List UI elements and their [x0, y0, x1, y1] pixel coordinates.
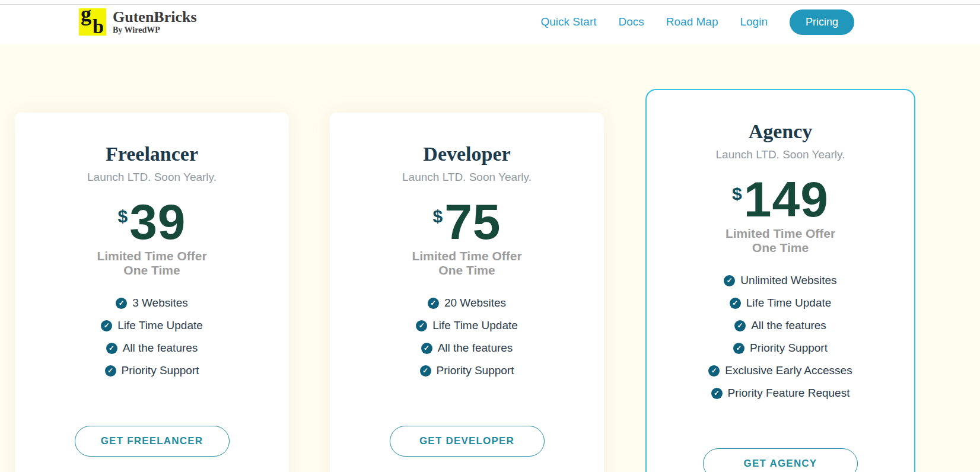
check-icon: ✓: [116, 298, 127, 309]
feature-item: ✓ Priority Feature Request: [647, 382, 914, 404]
feature-item: ✓ Life Time Update: [330, 314, 604, 337]
plan-card-developer: Developer Launch LTD. Soon Yearly. $ 75 …: [330, 113, 604, 472]
brand-tagline: By WiredWP: [113, 25, 197, 35]
currency-symbol: $: [432, 208, 443, 225]
feature-item: ✓ Priority Support: [330, 359, 604, 382]
offer-note: Limited Time Offer One Time: [330, 249, 604, 278]
feature-item: ✓ 3 Websites: [15, 292, 289, 314]
plan-title: Agency: [647, 120, 914, 143]
check-icon: ✓: [416, 320, 427, 331]
feature-label: 3 Websites: [132, 296, 188, 310]
logo-letter-b: b: [93, 17, 104, 37]
feature-item: ✓ Life Time Update: [647, 292, 914, 314]
site-header: g b GutenBricks By WiredWP Quick Start D…: [0, 0, 980, 44]
plan-card-agency: Agency Launch LTD. Soon Yearly. $ 149 Li…: [645, 89, 915, 472]
feature-label: Priority Support: [437, 364, 514, 377]
feature-list: ✓ 20 Websites ✓ Life Time Update ✓ All t…: [330, 292, 604, 382]
feature-label: Priority Support: [750, 342, 828, 355]
check-icon: ✓: [428, 298, 439, 309]
feature-item: ✓ Life Time Update: [15, 314, 289, 337]
feature-list: ✓ 3 Websites ✓ Life Time Update ✓ All th…: [15, 292, 289, 382]
offer-note: Limited Time Offer One Time: [647, 227, 914, 255]
offer-line-2: One Time: [15, 263, 289, 278]
price-amount: 149: [744, 177, 829, 222]
check-icon: ✓: [420, 365, 431, 377]
check-icon: ✓: [730, 298, 741, 309]
get-freelancer-button[interactable]: GET FREELANCER: [75, 426, 230, 457]
feature-item: ✓ All the features: [330, 337, 604, 359]
offer-note: Limited Time Offer One Time: [15, 249, 289, 278]
check-icon: ✓: [733, 343, 744, 354]
check-icon: ✓: [734, 320, 746, 331]
feature-label: Life Time Update: [117, 319, 203, 332]
feature-label: Unlimited Websites: [740, 274, 836, 287]
offer-line-1: Limited Time Offer: [15, 249, 289, 263]
currency-symbol: $: [117, 208, 128, 225]
feature-item: ✓ All the features: [647, 314, 914, 337]
feature-label: Priority Support: [122, 364, 199, 377]
feature-label: Exclusive Early Accesses: [725, 364, 852, 377]
plan-price: $ 75: [330, 199, 604, 244]
feature-label: Life Time Update: [432, 319, 518, 332]
plan-subtitle: Launch LTD. Soon Yearly.: [15, 170, 289, 185]
plan-subtitle: Launch LTD. Soon Yearly.: [647, 147, 914, 162]
site-logo[interactable]: g b GutenBricks By WiredWP: [79, 8, 197, 36]
logo-letter-g: g: [81, 3, 91, 24]
plan-subtitle: Launch LTD. Soon Yearly.: [330, 170, 604, 185]
price-amount: 75: [444, 199, 501, 244]
check-icon: ✓: [105, 365, 116, 377]
feature-label: All the features: [123, 342, 198, 355]
get-agency-button[interactable]: GET AGENCY: [703, 448, 858, 472]
check-icon: ✓: [421, 343, 432, 354]
nav-link-quick-start[interactable]: Quick Start: [541, 15, 597, 28]
check-icon: ✓: [101, 320, 112, 331]
offer-line-2: One Time: [647, 241, 914, 255]
nav-link-docs[interactable]: Docs: [619, 15, 644, 28]
main-nav: Quick Start Docs Road Map Login Pricing: [541, 9, 854, 35]
feature-label: All the features: [438, 342, 513, 355]
check-icon: ✓: [711, 388, 723, 399]
get-developer-button[interactable]: GET DEVELOPER: [390, 426, 545, 457]
plan-title: Freelancer: [15, 142, 289, 166]
nav-link-login[interactable]: Login: [740, 15, 768, 28]
offer-line-1: Limited Time Offer: [330, 249, 604, 263]
check-icon: ✓: [724, 275, 735, 286]
feature-item: ✓ Priority Support: [647, 337, 914, 359]
offer-line-2: One Time: [330, 263, 604, 278]
plan-price: $ 39: [15, 199, 289, 244]
feature-label: Life Time Update: [746, 296, 832, 310]
gutenbricks-logo-icon: g b: [79, 8, 106, 36]
pricing-button[interactable]: Pricing: [790, 9, 854, 35]
check-icon: ✓: [106, 343, 117, 354]
top-divider: [0, 4, 980, 5]
feature-list: ✓ Unlimited Websites ✓ Life Time Update …: [647, 269, 914, 404]
feature-label: 20 Websites: [444, 296, 506, 310]
currency-symbol: $: [732, 185, 742, 203]
price-amount: 39: [129, 199, 186, 244]
feature-item: ✓ 20 Websites: [330, 292, 604, 314]
plan-card-freelancer: Freelancer Launch LTD. Soon Yearly. $ 39…: [15, 113, 289, 472]
plan-price: $ 149: [647, 177, 914, 222]
plan-title: Developer: [330, 142, 604, 166]
feature-label: Priority Feature Request: [728, 387, 850, 400]
offer-line-1: Limited Time Offer: [647, 227, 914, 241]
nav-link-road-map[interactable]: Road Map: [666, 15, 718, 28]
brand-name: GutenBricks: [113, 9, 197, 25]
feature-item: ✓ All the features: [15, 337, 289, 359]
feature-item: ✓ Exclusive Early Accesses: [647, 359, 914, 382]
feature-item: ✓ Unlimited Websites: [647, 269, 914, 292]
feature-label: All the features: [751, 319, 826, 332]
check-icon: ✓: [708, 365, 720, 377]
feature-item: ✓ Priority Support: [15, 359, 289, 382]
